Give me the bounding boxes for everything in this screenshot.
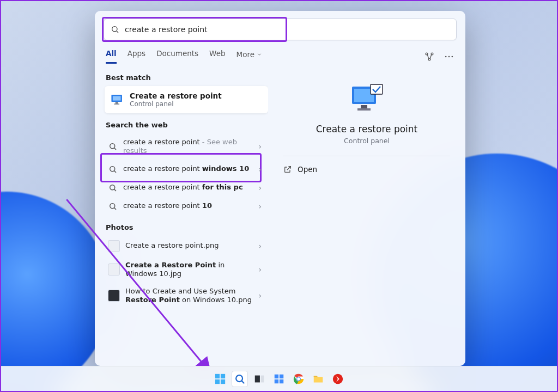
web-suggestion-1[interactable]: create a restore point windows 10 › bbox=[105, 160, 268, 179]
search-input[interactable] bbox=[125, 25, 450, 34]
svg-rect-29 bbox=[221, 379, 225, 383]
svg-rect-33 bbox=[261, 375, 264, 382]
wallpaper-bloom-left bbox=[0, 192, 110, 392]
svg-point-12 bbox=[110, 144, 115, 149]
preview-column: Create a restore point Control panel Ope… bbox=[268, 64, 465, 366]
chrome-icon[interactable] bbox=[290, 371, 307, 387]
svg-line-13 bbox=[114, 148, 116, 150]
svg-rect-11 bbox=[114, 103, 119, 105]
svg-point-6 bbox=[448, 56, 450, 57]
search-icon bbox=[108, 183, 118, 193]
image-thumb-icon bbox=[108, 240, 120, 252]
chevron-right-icon: › bbox=[258, 291, 262, 300]
file-explorer-icon[interactable] bbox=[310, 371, 326, 387]
tab-all[interactable]: All bbox=[106, 49, 117, 64]
photo-result-0[interactable]: Create a restore point.png › bbox=[105, 236, 268, 256]
svg-line-1 bbox=[117, 31, 118, 33]
more-options-icon[interactable] bbox=[444, 51, 454, 62]
preview-title: Create a restore point bbox=[316, 124, 418, 134]
chevron-down-icon bbox=[257, 52, 262, 57]
svg-point-14 bbox=[110, 166, 115, 171]
chevron-right-icon: › bbox=[258, 142, 262, 151]
chevron-right-icon: › bbox=[258, 265, 262, 274]
svg-rect-24 bbox=[371, 84, 383, 94]
best-match-result[interactable]: Create a restore point Control panel bbox=[105, 86, 268, 113]
svg-point-7 bbox=[452, 56, 453, 57]
best-match-subtitle: Control panel bbox=[130, 100, 222, 108]
svg-line-31 bbox=[242, 381, 245, 383]
svg-point-30 bbox=[236, 375, 242, 382]
search-icon bbox=[108, 164, 118, 174]
preview-card: Create a restore point Control panel bbox=[283, 74, 450, 156]
open-external-icon bbox=[283, 165, 292, 174]
svg-rect-32 bbox=[255, 375, 260, 382]
image-thumb-icon bbox=[108, 264, 120, 275]
open-action[interactable]: Open bbox=[283, 156, 450, 182]
best-match-heading: Best match bbox=[106, 74, 268, 82]
svg-rect-36 bbox=[275, 379, 278, 383]
svg-rect-10 bbox=[116, 102, 118, 103]
tab-web[interactable]: Web bbox=[209, 49, 225, 64]
photo-result-1[interactable]: Create a Restore Point in Windows 10.jpg… bbox=[105, 256, 268, 283]
results-column: Best match Create a restore point Contro… bbox=[95, 64, 268, 366]
windows-search-panel: All Apps Documents Web More Best match bbox=[95, 11, 465, 366]
tab-more[interactable]: More bbox=[236, 49, 262, 64]
tab-documents[interactable]: Documents bbox=[156, 49, 198, 64]
svg-point-40 bbox=[297, 377, 300, 381]
share-flow-icon[interactable] bbox=[424, 51, 435, 62]
widgets-button[interactable] bbox=[271, 371, 287, 387]
taskbar bbox=[1, 366, 557, 391]
photo-result-2[interactable]: How to Create and Use System Restore Poi… bbox=[105, 283, 268, 309]
search-tabs: All Apps Documents Web More bbox=[95, 44, 465, 64]
svg-rect-22 bbox=[361, 105, 367, 108]
svg-rect-27 bbox=[221, 373, 225, 378]
svg-line-19 bbox=[114, 207, 116, 209]
svg-rect-23 bbox=[357, 108, 371, 111]
svg-rect-35 bbox=[280, 374, 283, 378]
chevron-right-icon: › bbox=[258, 183, 262, 192]
svg-rect-9 bbox=[113, 96, 121, 101]
control-panel-large-icon bbox=[349, 83, 385, 116]
svg-rect-26 bbox=[215, 373, 220, 378]
search-web-heading: Search the web bbox=[106, 121, 268, 129]
search-icon bbox=[108, 142, 118, 151]
tab-apps[interactable]: Apps bbox=[128, 49, 145, 64]
svg-point-16 bbox=[110, 185, 115, 189]
image-thumb-icon bbox=[108, 290, 120, 302]
svg-rect-37 bbox=[280, 379, 283, 383]
svg-rect-28 bbox=[215, 379, 220, 383]
best-match-title: Create a restore point bbox=[130, 91, 222, 100]
web-suggestion-3[interactable]: create a restore point 10 › bbox=[105, 197, 268, 216]
chevron-right-icon: › bbox=[258, 165, 262, 174]
chevron-right-icon: › bbox=[258, 202, 262, 211]
start-button[interactable] bbox=[212, 371, 228, 387]
anydesk-icon[interactable] bbox=[330, 371, 346, 387]
svg-line-15 bbox=[114, 170, 116, 172]
photos-heading: Photos bbox=[106, 223, 268, 231]
svg-point-5 bbox=[445, 56, 447, 57]
svg-point-18 bbox=[110, 203, 115, 208]
web-suggestion-0[interactable]: create a restore point - See web results… bbox=[105, 133, 268, 160]
web-suggestion-2[interactable]: create a restore point for this pc › bbox=[105, 179, 268, 197]
control-panel-icon bbox=[110, 93, 124, 107]
svg-point-0 bbox=[112, 27, 117, 32]
search-button[interactable] bbox=[232, 371, 248, 387]
search-icon bbox=[108, 201, 118, 211]
svg-line-17 bbox=[114, 189, 116, 191]
svg-rect-34 bbox=[275, 374, 278, 378]
chevron-right-icon: › bbox=[258, 242, 262, 250]
search-icon bbox=[111, 25, 119, 34]
preview-subtitle: Control panel bbox=[344, 137, 390, 145]
task-view-button[interactable] bbox=[251, 371, 268, 387]
search-bar[interactable] bbox=[104, 19, 457, 40]
open-label: Open bbox=[298, 165, 317, 174]
